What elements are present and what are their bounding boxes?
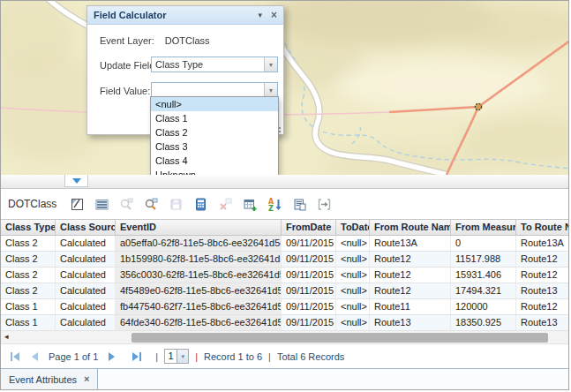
horizontal-scrollbar[interactable]: ◂ [1,331,568,344]
cell-class-source: Calculated [56,252,116,267]
cell-fromdate: 09/11/2015 [282,252,336,267]
layer-name-label: DOTClass [8,198,56,210]
table-row[interactable]: Class 1 Calculated 64fde340-62f8-11e5-8b… [1,315,568,331]
attribute-sets-icon[interactable] [291,196,307,212]
table-row[interactable]: Class 2 Calculated a05effa0-62f8-11e5-8b… [1,236,568,252]
next-page-button[interactable] [105,351,119,363]
field-value-combo-value [152,83,264,97]
cell-todate: <null> [336,299,370,314]
page-select-dropdown-icon[interactable]: ▾ [177,350,188,363]
update-field-combo[interactable]: Class Type ▾ [151,57,278,72]
dropdown-option-class1[interactable]: Class 1 [151,111,278,125]
scroll-left-arrow-icon[interactable]: ◂ [4,332,9,341]
event-layer-value: DOTClass [165,35,210,46]
cell-to-route: Route12 [516,299,568,314]
cell-from-route: Route11 [370,299,451,314]
sort-icon[interactable]: AZ [267,196,282,212]
dialog-menu-caret-icon[interactable]: ▾ [258,11,262,19]
select-features-icon[interactable] [69,196,85,212]
cell-from-measure: 0 [451,236,516,251]
cell-class-type: Class 1 [1,315,56,330]
cell-fromdate: 09/11/2015 [282,299,336,314]
field-value-dropdown-list: <null> Class 1 Class 2 Class 3 Class 4 U… [150,96,279,175]
map-view[interactable]: Field Calculator ▾ × Event Layer: DOTCla… [1,1,568,175]
pan-to-selected-icon[interactable] [143,196,159,212]
column-header-from-measure[interactable]: From Measure [451,220,516,235]
column-header-from-route-name[interactable]: From Route Name [370,220,451,235]
tab-close-icon[interactable]: × [84,374,89,384]
update-field-combo-value: Class Type [152,57,264,72]
tab-event-attributes[interactable]: Event Attributes × [1,369,98,389]
cell-eventid: 356c0030-62f8-11e5-8bc6-ee32641d5ec9 [116,268,282,283]
collapse-panel-tab[interactable] [64,175,88,187]
dropdown-option-class4[interactable]: Class 4 [151,154,278,168]
table-row[interactable]: Class 2 Calculated 4f5489e0-62f8-11e5-8b… [1,283,568,299]
panel-divider [1,175,568,189]
cell-fromdate: 09/11/2015 [282,236,336,251]
cell-fromdate: 09/11/2015 [282,268,336,283]
field-calculator-icon[interactable] [192,196,208,212]
cell-eventid: a05effa0-62f8-11e5-8bc6-ee32641d5ec9 [116,236,282,251]
cell-to-route: Route13 [516,283,568,298]
cell-todate: <null> [336,236,370,251]
field-value-label: Field Value: [100,86,150,96]
field-value-dropdown-icon[interactable]: ▾ [264,83,277,97]
cell-eventid: fb447540-62f7-11e5-8bc6-ee32641d5ec9 [116,299,282,314]
show-selected-records-icon[interactable] [94,196,109,212]
append-events-icon[interactable] [242,196,258,212]
dialog-titlebar[interactable]: Field Calculator ▾ × [87,6,283,25]
cell-from-measure: 15931.406 [451,268,516,283]
table-row[interactable]: Class 2 Calculated 356c0030-62f8-11e5-8b… [1,268,568,283]
zoom-to-selected-icon[interactable] [118,196,134,212]
svg-text:Z: Z [268,205,274,212]
bottom-tab-bar: Event Attributes × [1,368,568,389]
column-header-todate[interactable]: ToDate [336,220,370,235]
dialog-close-icon[interactable]: × [271,10,277,20]
event-layer-label: Event Layer: [100,35,154,46]
save-icon[interactable] [168,196,184,212]
column-header-class-source[interactable]: Class Source [56,220,116,235]
column-header-class-type[interactable]: Class Type [1,220,56,235]
column-header-fromdate[interactable]: FromDate [282,220,336,235]
cell-fromdate: 09/11/2015 [282,315,336,330]
dropdown-option-class3[interactable]: Class 3 [151,139,278,154]
cell-class-source: Calculated [56,315,116,330]
clear-selection-icon[interactable] [217,196,233,212]
expand-columns-icon[interactable] [316,196,332,212]
cell-todate: <null> [336,315,370,330]
dropdown-option-null[interactable]: <null> [151,97,278,111]
dropdown-option-unknown[interactable]: Unknown [151,168,278,175]
dropdown-option-class2[interactable]: Class 2 [151,125,278,139]
cell-from-measure: 120000 [451,299,516,314]
table-row[interactable]: Class 2 Calculated 1b159980-62f8-11e5-8b… [1,252,568,268]
cell-from-measure: 17494.321 [451,283,516,298]
cell-from-route: Route12 [370,268,451,283]
separator: | [155,351,158,362]
total-records-text: Total 6 Records [277,351,344,362]
previous-page-button[interactable] [27,351,41,363]
tab-label: Event Attributes [9,374,77,385]
cell-class-type: Class 2 [1,268,56,283]
table-body: Class 2 Calculated a05effa0-62f8-11e5-8b… [1,236,568,331]
cell-class-type: Class 2 [1,283,56,298]
map-junction-marker[interactable] [475,103,481,109]
cell-class-type: Class 2 [1,252,56,267]
cell-class-source: Calculated [56,236,116,251]
last-page-button[interactable] [130,351,144,363]
page-number-value: 1 [165,350,177,363]
pagination-bar: Page 1 of 1 | 1 ▾ | Record 1 to 6 | Tota… [1,344,568,368]
first-page-button[interactable] [8,351,22,363]
cell-class-source: Calculated [56,299,116,314]
cell-to-route: Route12 [516,252,568,267]
column-header-eventid[interactable]: EventID [116,220,282,235]
record-range-text: Record 1 to 6 [204,351,262,362]
cell-todate: <null> [336,283,370,298]
update-field-label: Update Field: [100,60,157,71]
cell-todate: <null> [336,252,370,267]
cell-from-measure: 18350.925 [451,315,516,330]
scrollbar-thumb[interactable] [131,333,548,343]
table-row[interactable]: Class 1 Calculated fb447540-62f7-11e5-8b… [1,299,568,315]
page-number-select[interactable]: 1 ▾ [164,349,189,364]
column-header-to-route-name[interactable]: To Route Name [516,220,568,235]
update-field-dropdown-icon[interactable]: ▾ [264,57,277,72]
